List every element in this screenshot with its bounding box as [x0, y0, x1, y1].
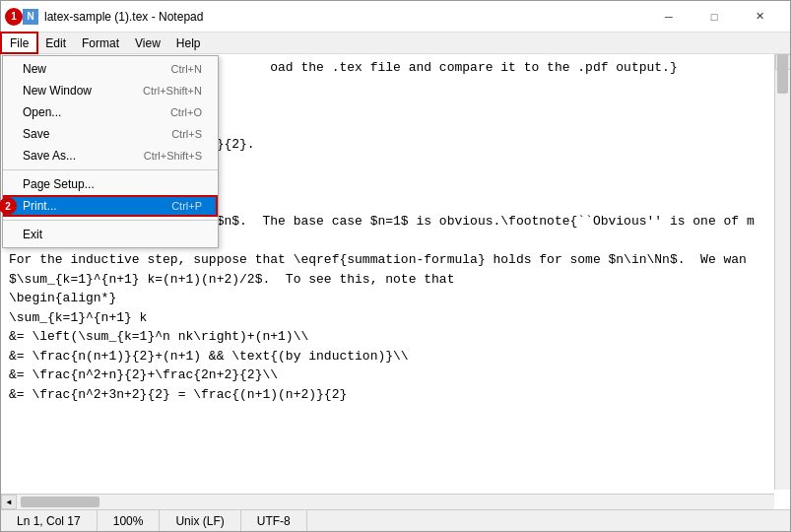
menu-save-as[interactable]: Save As... Ctrl+Shift+S	[3, 145, 218, 166]
menu-save[interactable]: Save Ctrl+S	[3, 123, 218, 145]
step2-badge: 2	[0, 197, 17, 215]
menu-page-setup[interactable]: Page Setup...	[3, 173, 218, 195]
scroll-left-arrow[interactable]: ◀	[1, 495, 17, 509]
menu-view[interactable]: View	[127, 33, 168, 53]
menu-file[interactable]: File New Ctrl+N New Window Ctrl+Shift+N …	[1, 33, 37, 53]
scrollbar-horizontal[interactable]: ◀	[1, 494, 774, 509]
status-zoom: 100%	[98, 510, 161, 531]
menu-help[interactable]: Help	[168, 33, 209, 53]
separator-1	[3, 169, 218, 170]
menu-exit[interactable]: Exit	[3, 224, 218, 245]
scroll-thumb-h[interactable]	[21, 497, 99, 507]
close-button[interactable]: ✕	[737, 1, 782, 33]
notepad-window: 1 N latex-sample (1).tex - Notepad ─ □ ✕…	[0, 0, 791, 532]
menu-open[interactable]: Open... Ctrl+O	[3, 101, 218, 123]
minimize-button[interactable]: ─	[646, 1, 692, 33]
menu-format[interactable]: Format	[74, 33, 127, 53]
menu-bar: File New Ctrl+N New Window Ctrl+Shift+N …	[1, 33, 790, 54]
scroll-thumb-v[interactable]	[777, 54, 788, 94]
step1-badge: 1	[5, 8, 23, 26]
scrollbar-vertical[interactable]: ▲	[774, 54, 790, 490]
separator-2	[3, 220, 218, 221]
menu-new[interactable]: New Ctrl+N	[3, 58, 218, 80]
window-controls: ─ □ ✕	[646, 1, 782, 33]
file-dropdown: New Ctrl+N New Window Ctrl+Shift+N Open.…	[2, 55, 219, 248]
status-line-ending: Unix (LF)	[160, 510, 240, 531]
menu-print[interactable]: 2 Print... Ctrl+P	[3, 195, 218, 217]
status-encoding: UTF-8	[241, 510, 307, 531]
window-title: latex-sample (1).tex - Notepad	[44, 10, 203, 24]
title-bar-left: 1 N latex-sample (1).tex - Notepad	[9, 9, 203, 25]
status-position: Ln 1, Col 17	[9, 510, 98, 531]
menu-edit[interactable]: Edit	[37, 33, 74, 53]
title-bar: 1 N latex-sample (1).tex - Notepad ─ □ ✕	[1, 1, 790, 33]
menu-new-window[interactable]: New Window Ctrl+Shift+N	[3, 80, 218, 101]
app-icon: N	[23, 9, 38, 25]
maximize-button[interactable]: □	[692, 1, 737, 33]
status-bar: Ln 1, Col 17 100% Unix (LF) UTF-8	[1, 509, 790, 531]
